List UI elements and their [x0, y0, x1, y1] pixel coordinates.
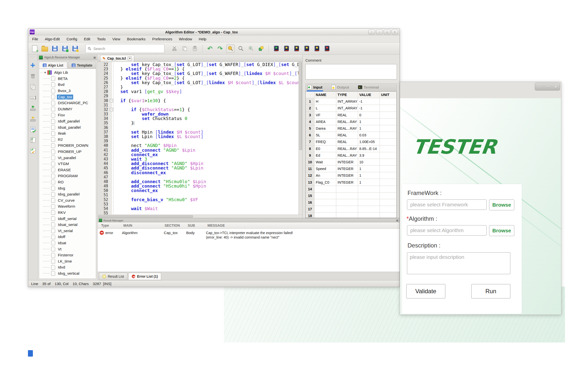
duplicate-button[interactable] — [29, 83, 36, 90]
param-row[interactable]: 5 Darea REAL...RAY 1 — [306, 125, 397, 132]
close-tab-icon[interactable]: ✕ — [128, 56, 132, 61]
tree-item[interactable]: PROBER_DOWN — [40, 143, 96, 149]
param-row[interactable]: 12 An INTEGER 1 — [306, 172, 397, 179]
open-button[interactable] — [41, 45, 49, 52]
tree-root[interactable]: ▼ Algo Lib — [40, 70, 96, 76]
param-row[interactable]: 13 Flag_C0 INTEGER 1 — [306, 179, 397, 186]
code-line[interactable]: 26 set key Cap_tox_[set G_LOT]_[lindex $… — [98, 80, 298, 85]
menu-item[interactable]: Bookmarks — [127, 37, 146, 41]
framework-field[interactable] — [407, 199, 487, 210]
tab-template[interactable]: Template — [68, 62, 96, 69]
bookmark-add-button[interactable] — [272, 45, 280, 52]
tree-item[interactable]: Vt_serial — [40, 228, 96, 234]
search-input[interactable] — [93, 46, 162, 51]
tree-item[interactable]: PROGRAM — [40, 173, 96, 179]
menu-item[interactable]: Edit — [84, 37, 90, 41]
tree-item[interactable]: VTGM — [40, 161, 96, 167]
algorithm-field[interactable] — [407, 225, 487, 236]
tab-input[interactable]: Input — [308, 85, 322, 90]
param-row[interactable]: 4 AREA REAL...RAY 1 — [306, 119, 397, 125]
menu-item[interactable]: Config — [67, 37, 77, 41]
tree-item[interactable]: DISCHARGE_PC — [40, 100, 96, 106]
param-row[interactable]: 7 FREQ REAL 1.00E+05 — [306, 139, 397, 145]
copy-button[interactable] — [181, 45, 189, 52]
save-all-button[interactable] — [71, 45, 79, 52]
tree-item[interactable]: Idoff_parallel — [40, 118, 96, 124]
save-as-button[interactable] — [61, 45, 69, 52]
tree-item[interactable]: RO — [40, 179, 96, 185]
param-row[interactable]: 11 Speed INTEGER 1 — [306, 166, 397, 172]
menu-item[interactable]: Algo-Edit — [45, 37, 60, 41]
tree-item[interactable]: Vt_parallel — [40, 155, 96, 161]
code-line[interactable]: 52 force_bias_v "HScmu0" $VF — [98, 197, 298, 202]
code-line[interactable]: 38 set Lpin [lindex $L $count] — [98, 134, 298, 139]
param-row[interactable]: 8 E0 REAL...RAY 8.85...E-14 — [306, 146, 397, 152]
description-field[interactable] — [407, 252, 510, 274]
vertical-scrollbar[interactable] — [298, 62, 302, 215]
tree-item[interactable]: Fisv — [40, 112, 96, 118]
checklist-button[interactable] — [29, 137, 36, 143]
bookmark-last-button[interactable] — [313, 45, 321, 52]
code-line[interactable]: 50 connect_ex — [98, 188, 298, 193]
export-button[interactable] — [29, 115, 36, 122]
code-line[interactable]: 55 — [98, 211, 298, 215]
validate-button[interactable]: Validate — [406, 284, 445, 298]
tree-item[interactable]: Vt — [40, 246, 96, 252]
paste-button[interactable] — [191, 45, 199, 52]
param-row[interactable]: 1 H INT_ARRAY -1 — [306, 98, 397, 105]
tree-item[interactable]: Cap_tox — [40, 94, 96, 100]
tree-item[interactable]: LK_time — [40, 258, 96, 264]
tree-item[interactable]: RKV — [40, 210, 96, 216]
param-row[interactable]: 6 SL REAL 0.03 — [306, 132, 397, 139]
param-row[interactable]: 17 — [306, 206, 397, 213]
tree-item[interactable]: Idvd — [40, 264, 96, 270]
minimize-icon[interactable]: − — [376, 30, 383, 34]
tree-item[interactable]: Idsat_parallel — [40, 124, 96, 130]
tree-item[interactable]: DUMMY — [40, 106, 96, 112]
redo-button[interactable]: ↷ — [216, 45, 224, 52]
cut-button[interactable] — [171, 45, 179, 52]
tree-item[interactable]: PROBER_UP — [40, 149, 96, 155]
code-editor[interactable]: 22 set key Cap_tox_[set G_LOT]_[set G_WA… — [98, 62, 298, 215]
tree-item[interactable]: Idsat_serial — [40, 222, 96, 228]
new-file-button[interactable]: + — [31, 45, 39, 52]
find-button[interactable] — [226, 44, 235, 53]
bookmark-clear-button[interactable] — [323, 45, 331, 52]
code-line[interactable]: 35 } — [98, 121, 298, 125]
undo-button[interactable]: ↶ — [206, 45, 214, 52]
rollup-icon[interactable]: ↑ — [538, 85, 540, 89]
tree-item[interactable]: Firsterror — [40, 252, 96, 258]
param-row[interactable]: 2 L INT_ARRAY -1 — [306, 105, 397, 112]
param-row[interactable]: 14 — [306, 186, 397, 193]
import-button[interactable] — [29, 105, 36, 111]
menu-item[interactable]: View — [112, 37, 120, 41]
tab-algo-list[interactable]: Algo List — [39, 62, 67, 69]
tree-item[interactable]: Idvg_parallel — [40, 191, 96, 197]
menu-item[interactable]: Tools — [97, 37, 106, 41]
tree-item[interactable]: ERASE — [40, 167, 96, 173]
zoom-out-button[interactable] — [247, 45, 255, 52]
code-line[interactable]: 54 wait $Wait — [98, 206, 298, 211]
save-button[interactable] — [51, 45, 59, 52]
tree-item[interactable]: Idvg_vertical — [40, 270, 96, 277]
param-row[interactable]: 18 — [306, 213, 397, 218]
tree-item[interactable]: Bvd — [40, 82, 96, 88]
tree-item[interactable]: Idsat — [40, 240, 96, 246]
zoom-button[interactable] — [237, 45, 245, 52]
code-line[interactable]: 30− if {$var1>1e30} { — [98, 98, 298, 103]
tab-terminal[interactable]: >_ Terminal — [358, 85, 379, 89]
algorithm-browse-button[interactable]: Browse — [489, 225, 514, 236]
bookmark-prev-button[interactable] — [293, 45, 300, 52]
minimize-icon[interactable]: − — [546, 85, 548, 89]
tree-item[interactable]: R2 — [40, 137, 96, 143]
rollup-icon[interactable]: ↑ — [368, 30, 375, 34]
swap-button[interactable] — [257, 45, 265, 52]
close-icon[interactable]: × — [555, 85, 557, 89]
dock-icon[interactable]: ▣ — [396, 219, 398, 222]
tree-item[interactable]: Idoff_serial — [40, 216, 96, 222]
framework-browse-button[interactable]: Browse — [489, 199, 514, 210]
bookmark-first-button[interactable] — [282, 45, 290, 52]
editor-tab-cap-tox[interactable]: ✎ Cap_tox.tcl ✕ — [100, 55, 134, 62]
tab-output[interactable]: Output — [331, 85, 349, 90]
validate-list-button[interactable] — [29, 126, 36, 133]
